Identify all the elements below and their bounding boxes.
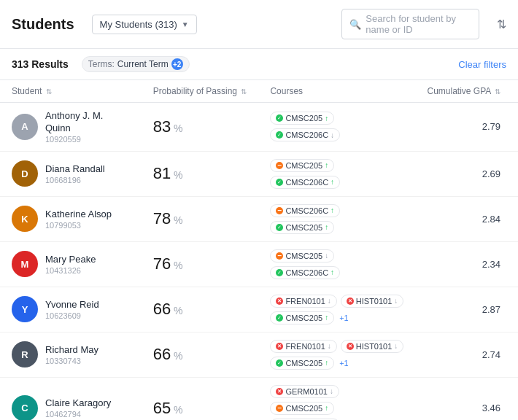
col-header-probability[interactable]: Probability of Passing ⇅ xyxy=(142,80,259,103)
gpa-cell: 3.46 xyxy=(415,377,518,420)
gpa-value: 2.69 xyxy=(482,168,500,179)
filter-tag-label: Terms: xyxy=(88,59,115,69)
courses-cell: − CMSC205 ↑ ✓ CMSC206C ↑ xyxy=(258,151,415,196)
sort-arrows-probability: ⇅ xyxy=(241,88,247,96)
probability-pct: % xyxy=(171,260,182,271)
course-badge[interactable]: − CMSC205 ↑ xyxy=(270,159,334,172)
probability-value: 66 xyxy=(153,300,171,318)
minus-icon: − xyxy=(277,252,282,260)
check-icon: ✓ xyxy=(277,270,282,276)
students-filter-dropdown[interactable]: My Students (313) ▼ xyxy=(92,15,197,34)
student-name: Diana Randall xyxy=(45,163,105,176)
col-header-student[interactable]: Student ⇅ xyxy=(0,80,142,103)
avatar: Y xyxy=(12,296,38,322)
trend-arrow-icon: ↑ xyxy=(330,178,334,186)
student-name: Mary Peake xyxy=(45,254,96,266)
col-header-gpa[interactable]: Cumulative GPA ⇅ xyxy=(415,80,518,103)
gpa-value: 2.87 xyxy=(482,304,500,315)
trend-arrow-icon: ↑ xyxy=(330,206,334,214)
course-badge[interactable]: ✓ CMSC205 ↑ xyxy=(270,357,334,370)
table-row[interactable]: K Katherine Alsop 10799053 78 % − CMSC20… xyxy=(0,196,518,241)
student-id: 10330743 xyxy=(45,357,98,365)
status-dot: − xyxy=(276,405,283,412)
page-title: Students xyxy=(12,16,74,33)
probability-cell: 76 % xyxy=(142,241,259,287)
student-cell: M Mary Peake 10431326 xyxy=(0,241,142,287)
trend-arrow-icon: ↑ xyxy=(325,223,328,231)
status-dot: ✓ xyxy=(276,114,283,122)
course-badge[interactable]: − CMSC205 ↓ xyxy=(270,249,334,262)
x-icon: ✕ xyxy=(348,343,352,349)
trend-arrow-icon: ↑ xyxy=(330,268,334,276)
course-code: CMSC205 xyxy=(285,314,322,322)
gpa-value: 3.46 xyxy=(482,402,500,413)
table-row[interactable]: C Claire Karagory 10462794 65 % ✕ GERM01… xyxy=(0,377,518,420)
table-row[interactable]: A Anthony J. M. Quinn 10920559 83 % ✓ CM… xyxy=(0,103,518,152)
table-row[interactable]: D Diana Randall 10668196 81 % − CMSC205 … xyxy=(0,151,518,196)
more-courses-link[interactable]: +1 xyxy=(339,359,349,368)
search-placeholder: Search for student by name or ID xyxy=(366,13,471,35)
course-badge[interactable]: ✓ CMSC205 ↑ xyxy=(270,311,334,324)
minus-icon: − xyxy=(277,405,282,412)
course-badge[interactable]: ✓ CMSC206C ↑ xyxy=(270,266,340,279)
student-name: Katherine Alsop xyxy=(45,209,112,221)
trend-arrow-icon: ↓ xyxy=(394,297,398,305)
probability-pct: % xyxy=(171,122,182,134)
status-dot: − xyxy=(276,252,283,260)
course-badge[interactable]: ✕ HIST0101 ↓ xyxy=(341,340,404,353)
table-row[interactable]: M Mary Peake 10431326 76 % − CMSC205 ↓ ✓… xyxy=(0,241,518,287)
probability-cell: 66 % xyxy=(142,332,259,377)
status-dot: ✕ xyxy=(347,343,354,350)
course-badge[interactable]: ✓ CMSC206C ↑ xyxy=(270,176,340,189)
x-icon: ✕ xyxy=(348,298,352,304)
table-row[interactable]: Y Yvonne Reid 10623609 66 % ✕ FREN0101 ↓… xyxy=(0,287,518,332)
avatar: M xyxy=(12,251,38,277)
trend-arrow-icon: ↑ xyxy=(325,359,328,367)
filter-tag-terms[interactable]: Terms: Current Term +2 xyxy=(82,56,190,72)
probability-pct: % xyxy=(171,350,182,362)
courses-cell: ✕ GERM0101 ↓ − CMSC205 ↑ ✓ CMSC206C ↓ xyxy=(258,377,415,420)
avatar: R xyxy=(12,341,38,368)
course-badge[interactable]: ✕ GERM0101 ↓ xyxy=(270,385,339,398)
status-dot: ✕ xyxy=(276,298,283,305)
course-badge[interactable]: − CMSC205 ↑ xyxy=(270,402,334,415)
trend-arrow-icon: ↓ xyxy=(394,342,398,350)
gpa-cell: 2.79 xyxy=(415,103,518,152)
sort-icon[interactable]: ⇅ xyxy=(497,18,506,31)
courses-cell: ✕ FREN0101 ↓ ✕ HIST0101 ↓ ✓ CMSC205 ↑ +1 xyxy=(258,287,415,332)
course-badge[interactable]: − CMSC206C ↑ xyxy=(270,204,340,217)
course-badge[interactable]: ✓ CMSC206C ↓ xyxy=(270,128,340,141)
avatar: A xyxy=(12,114,38,140)
course-code: CMSC206C xyxy=(285,178,328,187)
sort-arrows-student: ⇅ xyxy=(46,88,52,96)
more-courses-link[interactable]: +1 xyxy=(339,314,349,322)
course-badge[interactable]: ✕ FREN0101 ↓ xyxy=(270,295,336,308)
course-badge[interactable]: ✓ CMSC205 ↑ xyxy=(270,112,334,125)
gpa-cell: 2.87 xyxy=(415,287,518,332)
filter-tag-plus: +2 xyxy=(171,58,183,70)
gpa-cell: 2.34 xyxy=(415,241,518,287)
chevron-down-icon: ▼ xyxy=(182,20,189,28)
status-dot: ✕ xyxy=(276,343,283,350)
student-cell: D Diana Randall 10668196 xyxy=(0,151,142,196)
minus-icon: − xyxy=(277,162,282,169)
student-cell: Y Yvonne Reid 10623609 xyxy=(0,287,142,332)
student-name: Yvonne Reid xyxy=(45,299,99,311)
course-code: CMSC205 xyxy=(285,359,322,368)
course-badge[interactable]: ✕ FREN0101 ↓ xyxy=(270,340,336,353)
trend-arrow-icon: ↓ xyxy=(328,342,331,350)
student-id: 10668196 xyxy=(45,176,105,184)
probability-value: 76 xyxy=(153,254,171,273)
status-dot: ✓ xyxy=(276,314,283,322)
x-icon: ✕ xyxy=(277,343,282,349)
minus-icon: − xyxy=(277,207,282,214)
course-badge[interactable]: ✓ CMSC205 ↑ xyxy=(270,221,334,234)
course-badge[interactable]: ✕ HIST0101 ↓ xyxy=(341,295,404,308)
check-icon: ✓ xyxy=(277,115,282,121)
gpa-value: 2.79 xyxy=(482,121,500,132)
clear-filters-link[interactable]: Clear filters xyxy=(458,59,506,70)
search-icon: 🔍 xyxy=(349,19,361,30)
search-box[interactable]: 🔍 Search for student by name or ID xyxy=(341,9,479,39)
avatar: D xyxy=(12,160,38,187)
table-row[interactable]: R Richard May 10330743 66 % ✕ FREN0101 ↓… xyxy=(0,332,518,377)
